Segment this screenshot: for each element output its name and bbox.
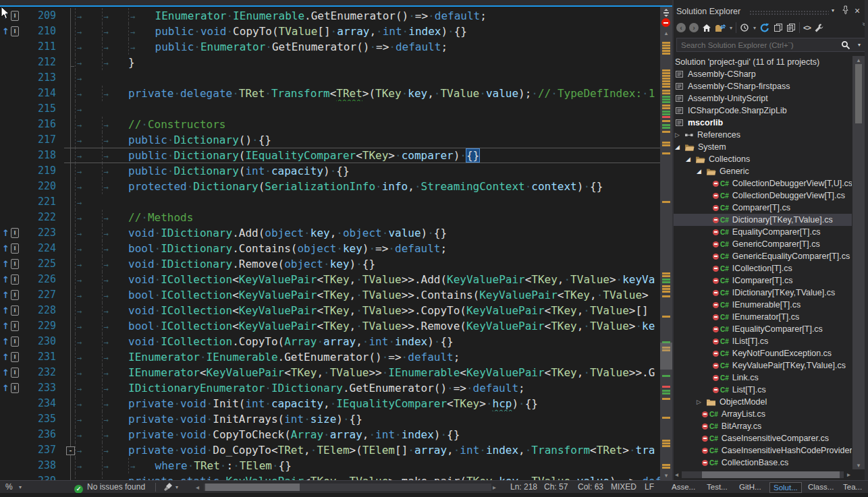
glyph-margin[interactable]: ↑I [0,365,25,380]
code-text[interactable]: →→void·ICollection.CopyTo(Array·array,·i… [71,334,660,349]
tree-item[interactable]: C#CaseInsensitiveComparer.cs [674,432,852,444]
fold-margin[interactable] [61,148,71,163]
glyph-margin[interactable]: ↑I [0,225,25,241]
line-indicator[interactable]: Ln: 218 [510,481,537,494]
code-line[interactable]: ↑I233→→IDictionaryEnumerator·IDictionary… [0,380,660,396]
code-text[interactable]: →→private·void·CopyToCheck(Array·array,·… [71,427,660,442]
code-line[interactable]: 216→→//·Constructors [0,117,660,132]
home-icon[interactable] [702,22,711,34]
fold-margin[interactable] [61,303,71,318]
tree-item[interactable]: C#CaseInsensitiveHashCodeProvider.cs [674,444,852,457]
code-line[interactable]: ↑I210→→→public·void·CopyTo(TValue[]·arra… [0,24,660,39]
code-text[interactable]: →→void·ICollection<KeyValuePair<TKey,·TV… [71,303,660,318]
error-health-badge-icon[interactable] [661,18,670,27]
glyph-margin[interactable]: ↑I [0,8,25,24]
code-line[interactable]: 217→→public·Dictionary()·{} [0,132,660,148]
view-code-icon[interactable]: <> [803,22,811,34]
tree-item[interactable]: ▷ObjectModel [674,396,852,408]
close-icon[interactable]: × [852,5,863,16]
code-text[interactable]: →→→public·Enumerator·GetEnumerator()·=>·… [71,39,660,55]
fold-margin[interactable] [61,194,71,210]
fold-margin[interactable] [61,458,71,473]
fold-margin[interactable] [61,117,71,132]
scroll-left-arrow-icon[interactable]: ◂ [675,471,678,478]
tool-window-tab[interactable]: Test... [703,482,731,492]
code-text[interactable]: →→public·Dictionary(int·capacity)·{} [71,163,660,179]
code-line[interactable]: ↑I227→→bool·ICollection<KeyValuePair<TKe… [0,287,660,303]
scroll-up-arrow-icon[interactable]: ▴ [660,30,672,36]
code-text[interactable]: →→→where·TRet·:·TElem·{} [71,458,660,473]
tree-item[interactable]: ◢Generic [674,165,852,177]
tool-window-tab[interactable]: Solut... [769,482,802,493]
fold-margin[interactable] [61,396,71,411]
tree-item[interactable]: Assembly-UnityScript [674,92,852,105]
scroll-left-arrow-icon[interactable]: ◂ [196,481,199,494]
code-text[interactable]: →→bool·ICollection<KeyValuePair<TKey,·TV… [71,318,660,334]
collapse-all-icon[interactable] [774,22,783,34]
fold-margin[interactable] [61,380,71,396]
code-text[interactable]: →→public·Dictionary(IEqualityComparer<TK… [71,148,660,163]
tree-item[interactable]: Solution 'project-gui' (11 of 11 project… [674,56,852,68]
editor-hscrollbar-thumb[interactable] [205,484,300,491]
code-lines[interactable]: ↑I209→→→IEnumerator·IEnumerable.GetEnume… [0,8,660,480]
glyph-margin[interactable] [0,411,25,427]
glyph-margin[interactable] [0,396,25,411]
code-line[interactable]: ↑I223→→void·IDictionary.Add(object·key,·… [0,225,660,241]
line-ending-indicator[interactable]: LF [645,481,654,494]
scroll-down-arrow-icon[interactable]: ▾ [852,462,865,469]
tree-horizontal-scrollbar[interactable]: ◂ ▸ [675,471,850,479]
code-text[interactable]: →→private·static·KeyValuePair<TKey,·TVal… [71,473,660,480]
glyph-margin[interactable] [0,117,25,132]
code-line[interactable]: ↑I226→→void·ICollection<KeyValuePair<TKe… [0,272,660,287]
window-position-icon[interactable]: ▾ [828,5,838,16]
glyph-margin[interactable]: ↑I [0,256,25,272]
tool-window-tab[interactable]: Asse... [668,482,699,492]
code-line[interactable]: 215→ [0,101,660,117]
code-line[interactable]: ↑I209→→→IEnumerator·IEnumerable.GetEnume… [0,8,660,24]
fold-margin[interactable] [61,225,71,241]
fold-margin[interactable] [61,365,71,380]
scrollbar-thumb[interactable] [660,343,672,370]
fold-margin[interactable] [61,272,71,287]
collapsed-arrow-icon[interactable]: ▷ [675,131,684,138]
properties-icon[interactable] [814,22,824,34]
glyph-margin[interactable]: ↑I [0,334,25,349]
tree-item[interactable]: C#Comparer[T].cs [674,202,852,214]
tree-item[interactable]: C#GenericEqualityComparer[T].cs [674,250,852,262]
glyph-margin[interactable]: ↑I [0,272,25,287]
code-text[interactable]: →→//·Methods [71,210,660,225]
glyph-margin[interactable] [0,39,25,55]
tree-item[interactable]: C#IEqualityComparer[T].cs [674,323,852,335]
tree-vertical-scrollbar[interactable]: ▴ ▾ [852,56,865,469]
code-line[interactable]: 222→→//·Methods [0,210,660,225]
tree-item[interactable]: C#KeyNotFoundException.cs [674,347,852,359]
tree-item[interactable]: C#BitArray.cs [674,420,852,432]
code-line[interactable]: ↑I232→→IEnumerator<KeyValuePair<TKey,·TV… [0,365,660,380]
code-line[interactable]: 238→→→where·TRet·:·TElem·{} [0,458,660,473]
tree-item[interactable]: C#Link.cs [674,372,852,384]
code-text[interactable]: →→IDictionaryEnumerator·IDictionary.GetE… [71,380,660,396]
glyph-margin[interactable]: ↑I [0,287,25,303]
scrollbar-thumb[interactable] [702,471,840,478]
fold-margin[interactable] [61,55,71,70]
glyph-margin[interactable]: ↑I [0,349,25,365]
glyph-margin[interactable] [0,442,25,458]
tree-item[interactable]: Assembly-CSharp-firstpass [674,80,852,92]
scroll-down-arrow-icon[interactable]: ▾ [660,472,672,479]
back-icon[interactable]: ‹ [676,22,686,34]
glyph-margin[interactable]: ↑I [0,380,25,396]
code-line[interactable]: ↑I224→→bool·IDictionary.Contains(object·… [0,241,660,256]
tree-item[interactable]: C#CollectionDebuggerView[T].cs [674,189,852,202]
fold-margin[interactable] [61,349,71,365]
refresh-icon[interactable] [759,22,770,34]
code-text[interactable]: →→void·ICollection<KeyValuePair<TKey,·TV… [71,272,660,287]
code-text[interactable]: → [71,194,660,210]
sync-active-document-icon[interactable] [715,22,726,34]
search-box[interactable]: ▾ [676,38,865,52]
tool-window-tab[interactable]: Class... [805,482,837,492]
fold-margin[interactable] [61,241,71,256]
editor-vertical-scrollbar[interactable]: ▴ ▾ [660,7,672,480]
tree-item[interactable]: C#ICollection[T].cs [674,262,852,274]
code-line[interactable]: 237-→→private·void·Do_CopyTo<TRet,·TElem… [0,442,660,458]
issues-indicator[interactable]: ✓No issues found [74,481,145,494]
